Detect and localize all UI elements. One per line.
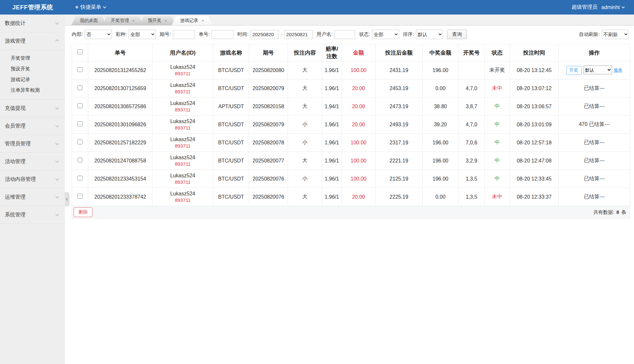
issue-input[interactable] (173, 30, 195, 39)
row-checkbox[interactable] (78, 140, 82, 144)
sidebar-item-admin-management[interactable]: 管理员管理 (0, 135, 65, 153)
sidebar-item-abnormal-order-detection[interactable]: 注单异常检测 (0, 85, 65, 95)
time-from-input[interactable] (250, 30, 279, 39)
header-issue: 期号 (249, 44, 288, 61)
status-text: 未开奖 (485, 61, 510, 79)
order-number: 202508201257182229 (88, 134, 153, 152)
select-all-checkbox[interactable] (78, 49, 82, 54)
sidebar-item-activity-content-management[interactable]: 活动内容管理 (0, 171, 65, 188)
issue-number: 20250820076 (249, 188, 288, 206)
row-checkbox[interactable] (78, 121, 82, 126)
row-select-cell (72, 134, 88, 152)
user-id: 893711 (154, 143, 212, 149)
sidebar-item-member-management[interactable]: 会员管理 (0, 117, 65, 135)
order-number: 202508201306572586 (88, 98, 153, 116)
internal-select[interactable]: 否 (85, 30, 112, 39)
table-row: 202508201233453154Lukasz524893711BTC/USD… (72, 170, 630, 188)
sidebar-item-recharge-withdraw[interactable]: 充值提现 (0, 99, 65, 117)
lottery-label: 彩种: (116, 31, 127, 37)
tab-my-desktop[interactable]: 我的桌面 (71, 16, 106, 25)
sidebar-item-preset-draw[interactable]: 预设开奖 (0, 63, 65, 74)
username-input[interactable] (334, 30, 355, 39)
tab-draw-management[interactable]: 开奖管理× (102, 16, 143, 25)
win-amount: 38.80 (423, 98, 459, 116)
draw-number: 1,3,5 (459, 188, 485, 206)
user-id: 893711 (154, 71, 212, 76)
lottery-select[interactable]: 全部 (129, 30, 156, 39)
bet-amount: 100.00 (342, 61, 375, 79)
user-id: 893711 (154, 161, 212, 167)
action-cell: 开奖默认撤单 (559, 61, 630, 79)
plus-icon: + (75, 4, 79, 11)
tab-game-records[interactable]: 游戏记录× (172, 16, 212, 25)
close-icon[interactable]: × (164, 18, 167, 23)
tab-label: 我的桌面 (80, 18, 98, 24)
row-checkbox[interactable] (78, 85, 82, 90)
order-number: 202508201307125659 (88, 79, 153, 98)
odds-value: 1.96/1 (322, 134, 342, 152)
sidebar-item-game-records[interactable]: 游戏记录 (0, 74, 65, 85)
order-input[interactable] (212, 30, 234, 39)
auto-refresh-select[interactable]: 不刷新 (602, 30, 629, 39)
status-text: 未中 (485, 188, 510, 206)
row-checkbox[interactable] (78, 67, 82, 72)
sidebar-collapse-handle[interactable] (65, 192, 69, 206)
user-role: 超级管理员 (572, 4, 597, 11)
header-game-name: 游戏名称 (213, 44, 249, 61)
close-icon[interactable]: × (132, 18, 135, 23)
bet-content: 小 (288, 170, 322, 188)
issue-number: 20250820079 (249, 116, 288, 134)
select-all-cell (72, 44, 88, 61)
draw-button[interactable]: 开奖 (566, 66, 582, 75)
sidebar-item-activity-management[interactable]: 活动管理 (0, 153, 65, 171)
user-name: Lukasz524 (154, 155, 212, 161)
row-checkbox[interactable] (78, 176, 82, 181)
table-row: 202508201247088758Lukasz524893711BTC/USD… (72, 152, 630, 170)
settle-text: 已结算--- (584, 176, 605, 181)
win-amount: 196.00 (423, 61, 459, 79)
user-id: 893711 (154, 89, 212, 94)
odds-value: 1.96/1 (322, 170, 342, 188)
sidebar-item-game-management[interactable]: 游戏管理 (0, 32, 65, 50)
row-select-cell (72, 61, 88, 79)
status-text: 中 (485, 116, 510, 134)
chevron-down-icon (55, 124, 59, 127)
balance-after: 2221.19 (375, 152, 423, 170)
bet-time: 08-20 12:33:37 (510, 188, 559, 206)
row-checkbox[interactable] (78, 194, 82, 199)
win-amount: 0.00 (423, 188, 459, 206)
sidebar-item-system-management[interactable]: 系统管理 (0, 206, 65, 224)
header-order-number: 单号 (88, 44, 153, 61)
user-name: Lukasz524 (154, 137, 212, 142)
sidebar-submenu: 开奖管理 预设开奖 游戏记录 注单异常检测 (0, 50, 65, 99)
status-select[interactable]: 全部 (372, 30, 399, 39)
tab-label: 预开奖 (148, 18, 161, 24)
settle-text: 已结算--- (584, 103, 605, 109)
sort-select[interactable]: 默认 (416, 30, 443, 39)
row-select-cell (72, 152, 88, 170)
delete-button[interactable]: 删除 (74, 207, 92, 217)
action-cell: 470 已结算--- (559, 116, 630, 134)
sidebar-item-data-statistics[interactable]: 数据统计 (0, 15, 65, 32)
row-checkbox[interactable] (78, 103, 82, 108)
header-balance-after: 投注后金额 (375, 44, 423, 61)
order-label: 单号: (199, 31, 210, 37)
user-menu[interactable]: adminht (601, 5, 624, 10)
bet-amount: 100.00 (342, 170, 375, 188)
cancel-order-link[interactable]: 撤单 (614, 68, 623, 73)
sidebar-item-draw-management[interactable]: 开奖管理 (0, 53, 65, 63)
status-label: 状态: (359, 31, 370, 37)
quick-menu-button[interactable]: + 快捷菜单 (75, 4, 106, 11)
sidebar-item-ops-management[interactable]: 运维管理 (0, 188, 65, 206)
close-icon[interactable]: × (201, 18, 204, 23)
odds-value: 1.96/1 (322, 61, 342, 79)
time-to-input[interactable] (284, 30, 313, 39)
search-button[interactable]: 查询 (447, 30, 467, 39)
user-name: Lukasz524 (154, 100, 212, 106)
tab-pre-draw[interactable]: 预开奖× (139, 16, 175, 25)
balance-after: 2493.19 (375, 116, 423, 134)
status-text: 未中 (485, 79, 510, 98)
bet-content: 大 (288, 61, 322, 79)
row-checkbox[interactable] (78, 158, 82, 162)
mode-select[interactable]: 默认 (584, 66, 612, 74)
